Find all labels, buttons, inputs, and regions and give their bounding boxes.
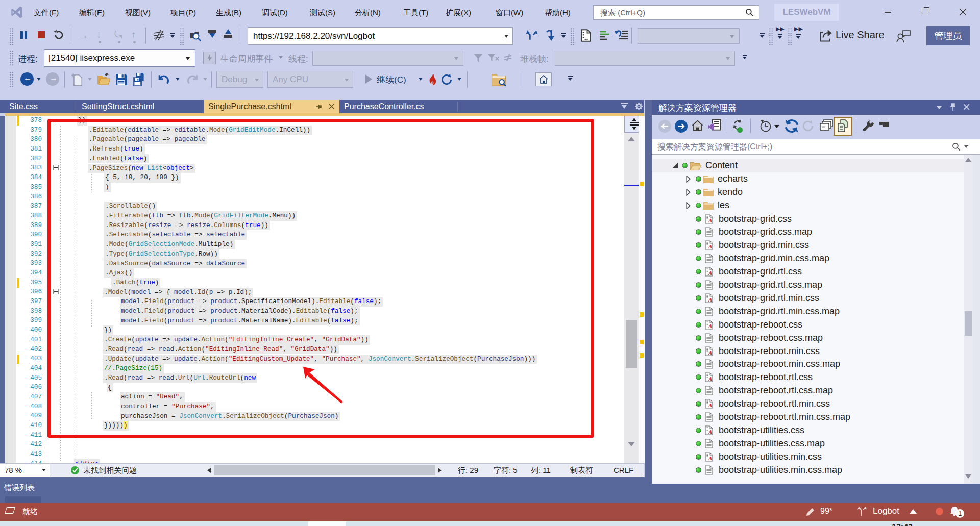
svg-text:A: A (708, 455, 712, 461)
svg-text:A: A (708, 375, 712, 382)
svg-text:A: A (708, 323, 712, 329)
svg-text:A: A (708, 429, 712, 435)
svg-text:A: A (708, 296, 712, 303)
svg-text:A: A (708, 402, 712, 408)
svg-text:A: A (708, 349, 712, 356)
svg-text:A: A (708, 243, 712, 249)
svg-text:A: A (708, 217, 712, 223)
svg-text:A: A (708, 270, 712, 276)
